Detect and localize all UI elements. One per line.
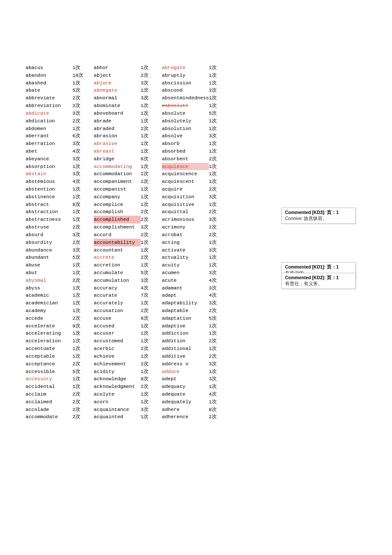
word-freq: 1次: [209, 117, 217, 125]
word-freq: 5次: [72, 87, 81, 94]
word-text: abacus: [26, 64, 72, 72]
word-text: acquisitive: [162, 201, 209, 208]
list-item: absolutely1次: [162, 117, 230, 125]
word-freq: 2次: [72, 117, 81, 125]
word-text: actuality: [162, 254, 209, 261]
word-text: adaptive: [162, 322, 209, 330]
list-item: acquisition3次: [162, 193, 230, 201]
list-item: abdicate3次: [26, 110, 94, 117]
list-item: accuracy4次: [94, 284, 162, 292]
word-freq: 1次: [141, 413, 149, 421]
word-text: abate: [26, 87, 72, 94]
word-text: academician: [26, 299, 72, 307]
word-freq: 5次: [141, 269, 149, 277]
word-table: abacus1次abandon10次abashed1次abate5次abbrev…: [26, 64, 277, 421]
word-freq: 2次: [141, 231, 149, 239]
word-text: accompany: [94, 193, 141, 201]
word-freq: 2次: [141, 170, 149, 178]
list-item: absurdity2次: [26, 239, 94, 246]
list-item: adequacy1次: [162, 383, 230, 390]
word-freq: 4次: [209, 390, 217, 398]
list-item: adaptability3次: [162, 299, 230, 307]
word-freq: 5次: [72, 368, 81, 376]
list-item: abashed1次: [26, 79, 94, 87]
word-freq: 3次: [209, 132, 217, 140]
word-freq: 1次: [72, 284, 81, 292]
word-text: adapt: [162, 292, 209, 299]
column-2: abhor1次abject2次abjure3次abnegate1次abnorma…: [94, 64, 162, 421]
word-text: acclaimed: [26, 398, 72, 406]
word-freq: 2次: [72, 277, 81, 284]
list-item: absorbed1次: [162, 147, 230, 155]
word-text: addiction: [162, 330, 209, 337]
word-freq: 2次: [141, 383, 149, 390]
word-freq: 1次: [72, 375, 81, 383]
word-freq: 2次: [141, 125, 149, 133]
word-freq: 1次: [209, 102, 217, 110]
list-item: acknowledge8次: [94, 375, 162, 383]
word-freq: 2次: [72, 360, 81, 368]
word-freq: 1次: [141, 185, 149, 193]
list-item: absolute5次: [162, 110, 230, 117]
list-item: accumulate5次: [94, 269, 162, 277]
word-freq: 4次: [72, 178, 81, 185]
word-freq: 1次: [141, 322, 149, 330]
list-item: accompaniment1次: [94, 178, 162, 185]
list-item: abundant5次: [26, 254, 94, 261]
word-freq: 1次: [141, 147, 149, 155]
word-freq: 2次: [72, 94, 81, 102]
word-text: accountability: [94, 239, 141, 246]
word-freq: 3次: [141, 79, 149, 87]
word-text: abbreviate: [26, 94, 72, 102]
list-item: abyss1次: [26, 284, 94, 292]
word-freq: 6次: [141, 155, 149, 163]
word-freq: 1次: [141, 201, 149, 208]
list-item: acquaintance3次: [94, 406, 162, 413]
word-text: abstract: [26, 201, 72, 208]
word-freq: 3次: [72, 170, 81, 178]
word-text: absorb: [162, 140, 209, 147]
list-item: abeyance3次: [26, 155, 94, 163]
word-freq: 1次: [209, 322, 217, 330]
list-item: adamant3次: [162, 284, 230, 292]
list-item: accountability1次: [94, 239, 162, 246]
word-freq: 3次: [209, 216, 217, 223]
word-freq: 2次: [141, 208, 149, 216]
word-text: abeyance: [26, 155, 72, 163]
word-text: abstain: [26, 170, 72, 178]
list-item: abscission1次: [162, 79, 230, 87]
word-freq: 1次: [72, 64, 81, 72]
comment-box-kd3: Commented [KD3]: 页：1Connive: 故意纵容。: [281, 208, 356, 224]
list-item: accompanist1次: [94, 185, 162, 193]
word-text: accommodate: [26, 413, 72, 421]
sidebar-comments: Commented [KD3]: 页：1Connive: 故意纵容。Commen…: [281, 64, 366, 421]
list-item: accord2次: [94, 231, 162, 239]
list-item: acquittal2次: [162, 208, 230, 216]
word-text: abrade: [94, 117, 141, 125]
word-freq: 1次: [141, 261, 149, 269]
list-item: abject2次: [94, 72, 162, 79]
word-freq: 1次: [141, 353, 149, 360]
word-freq: 1次: [141, 132, 149, 140]
word-freq: 1次: [209, 79, 217, 87]
list-item: absolution1次: [162, 125, 230, 133]
word-text: accretion: [94, 261, 141, 269]
list-item: acolyte1次: [94, 390, 162, 398]
word-freq: 1次: [72, 299, 81, 307]
word-freq: 2次: [141, 216, 149, 223]
list-item: aberration3次: [26, 140, 94, 147]
word-freq: 3次: [141, 277, 149, 284]
list-item: acute4次: [162, 277, 230, 284]
word-text: acuity: [162, 261, 209, 269]
word-freq: 1次: [141, 368, 149, 376]
list-item: adaptation5次: [162, 315, 230, 322]
word-freq: 1次: [72, 383, 81, 390]
list-item: abstinence1次: [26, 193, 94, 201]
word-text: abysmal: [26, 277, 72, 284]
list-item: acclaimed2次: [26, 398, 94, 406]
word-text: adamant: [162, 284, 209, 292]
list-item: acrimony2次: [162, 223, 230, 231]
word-text: accumulation: [94, 277, 141, 284]
word-text: accountant: [94, 246, 141, 254]
list-item: aboveboard1次: [94, 110, 162, 117]
